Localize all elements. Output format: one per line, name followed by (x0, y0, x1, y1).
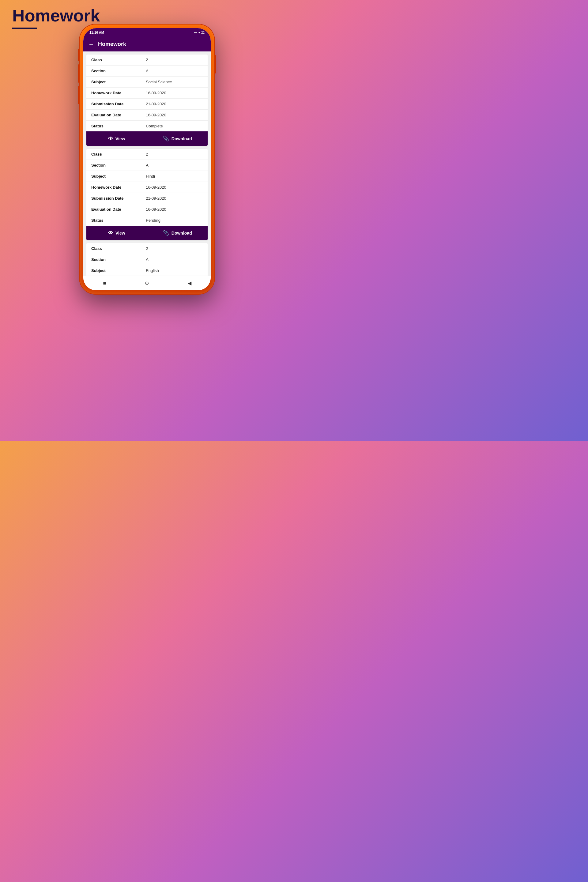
phone-frame: 11:16 AM ▪▪▪ ▾ 22 ← Homework Class (80, 24, 214, 294)
table-row: Section A (86, 160, 208, 171)
label-eval-date: Evaluation Date (86, 110, 141, 121)
value-submission-date: 21-09-2020 (141, 99, 208, 110)
homework-table-3: Class 2 Section A Subject English Home (86, 243, 208, 276)
table-row: Class 2 (86, 243, 208, 254)
attachment-icon: 📎 (163, 136, 169, 141)
download-button-2[interactable]: 📎 Download (147, 226, 208, 240)
square-nav-icon[interactable]: ■ (101, 280, 108, 287)
homework-card-1: Class 2 Section A Subject Social Science (86, 54, 208, 146)
action-row-2: 👁 View 📎 Download (86, 226, 208, 240)
table-row: Section A (86, 66, 208, 76)
battery-icon: 22 (201, 31, 205, 34)
bottom-nav: ■ ⊙ ◀ (83, 276, 211, 290)
status-time: 11:16 AM (89, 31, 104, 34)
page-title-area: Homework (12, 6, 100, 29)
homework-table-2: Class 2 Section A Subject Hindi Homewo (86, 149, 208, 226)
home-nav-icon[interactable]: ⊙ (143, 280, 151, 287)
value-subject: Hindi (141, 171, 208, 182)
view-button-2[interactable]: 👁 View (86, 226, 147, 240)
homework-table-1: Class 2 Section A Subject Social Science (86, 54, 208, 131)
label-class: Class (86, 149, 141, 160)
view-label-1: View (116, 136, 125, 141)
table-row: Submission Date 21-09-2020 (86, 193, 208, 204)
value-submission-date: 21-09-2020 (141, 193, 208, 204)
phone-inner: 11:16 AM ▪▪▪ ▾ 22 ← Homework Class (83, 28, 211, 290)
label-status: Status (86, 215, 141, 226)
view-label-2: View (116, 231, 125, 236)
phone-wrapper: 11:16 AM ▪▪▪ ▾ 22 ← Homework Class (80, 24, 214, 294)
phone-btn-right (214, 55, 216, 74)
label-subject: Subject (86, 265, 141, 276)
wifi-icon: ▾ (198, 31, 200, 34)
table-row: Homework Date 16-09-2020 (86, 88, 208, 99)
label-homework-date: Homework Date (86, 182, 141, 193)
table-row: Class 2 (86, 149, 208, 160)
status-icons: ▪▪▪ ▾ 22 (194, 31, 205, 34)
page-title: Homework (12, 6, 100, 25)
value-class: 2 (141, 54, 208, 66)
action-row-1: 👁 View 📎 Download (86, 131, 208, 146)
back-button[interactable]: ← (88, 41, 94, 48)
table-row: Subject Social Science (86, 76, 208, 88)
phone-btn-left3 (78, 86, 80, 104)
value-section: A (141, 254, 208, 265)
table-row: Evaluation Date 16-09-2020 (86, 204, 208, 215)
table-row: Status Pending (86, 215, 208, 226)
label-subject: Subject (86, 171, 141, 182)
label-subject: Subject (86, 76, 141, 88)
homework-card-3: Class 2 Section A Subject English Home (86, 243, 208, 276)
value-status: Pending (141, 215, 208, 226)
download-label-1: Download (171, 136, 192, 141)
attachment-icon: 📎 (163, 230, 169, 236)
value-eval-date: 16-09-2020 (141, 110, 208, 121)
view-button-1[interactable]: 👁 View (86, 131, 147, 146)
table-row: Status Complete (86, 121, 208, 132)
nav-title: Homework (98, 41, 126, 48)
table-row: Subject Hindi (86, 171, 208, 182)
table-row: Subject English (86, 265, 208, 276)
eye-icon: 👁 (108, 230, 113, 236)
label-section: Section (86, 254, 141, 265)
value-section: A (141, 160, 208, 171)
label-submission-date: Submission Date (86, 193, 141, 204)
value-subject: English (141, 265, 208, 276)
table-row: Class 2 (86, 54, 208, 66)
value-section: A (141, 66, 208, 76)
eye-icon: 👁 (108, 136, 113, 141)
table-row: Homework Date 16-09-2020 (86, 182, 208, 193)
back-nav-icon[interactable]: ◀ (186, 280, 193, 287)
value-status: Complete (141, 121, 208, 132)
table-row: Section A (86, 254, 208, 265)
table-row: Submission Date 21-09-2020 (86, 99, 208, 110)
signal-icon: ▪▪▪ (194, 31, 197, 34)
label-class: Class (86, 243, 141, 254)
download-button-1[interactable]: 📎 Download (147, 131, 208, 146)
value-class: 2 (141, 149, 208, 160)
phone-btn-left1 (78, 49, 80, 61)
label-eval-date: Evaluation Date (86, 204, 141, 215)
value-class: 2 (141, 243, 208, 254)
table-row: Evaluation Date 16-09-2020 (86, 110, 208, 121)
download-label-2: Download (171, 231, 192, 236)
screen-content: Class 2 Section A Subject Social Science (83, 51, 211, 276)
value-homework-date: 16-09-2020 (141, 182, 208, 193)
status-bar: 11:16 AM ▪▪▪ ▾ 22 (83, 28, 211, 37)
value-subject: Social Science (141, 76, 208, 88)
homework-card-2: Class 2 Section A Subject Hindi Homewo (86, 149, 208, 240)
label-section: Section (86, 66, 141, 76)
nav-bar: ← Homework (83, 37, 211, 51)
phone-btn-left2 (78, 64, 80, 82)
label-status: Status (86, 121, 141, 132)
label-homework-date: Homework Date (86, 88, 141, 99)
value-homework-date: 16-09-2020 (141, 88, 208, 99)
label-section: Section (86, 160, 141, 171)
label-class: Class (86, 54, 141, 66)
label-submission-date: Submission Date (86, 99, 141, 110)
value-eval-date: 16-09-2020 (141, 204, 208, 215)
title-underline (12, 28, 37, 29)
